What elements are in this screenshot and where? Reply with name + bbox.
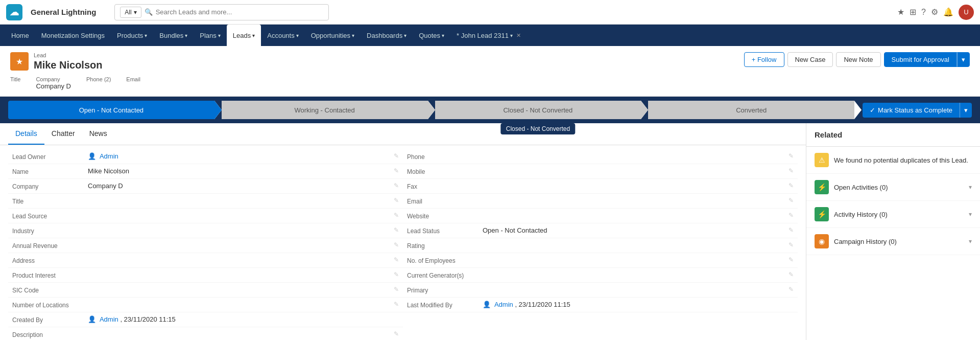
phone-edit-icon[interactable]: ✎ bbox=[788, 152, 794, 160]
description-edit-icon[interactable]: ✎ bbox=[394, 330, 399, 337]
name-edit-icon[interactable]: ✎ bbox=[394, 167, 399, 174]
avatar[interactable]: U bbox=[959, 5, 974, 20]
field-name: Name Mike Nicolson ✎ bbox=[8, 164, 403, 179]
activity-history-label: Activity History (0) bbox=[834, 211, 964, 218]
title-label: Title bbox=[12, 197, 84, 205]
field-lead-owner: Lead Owner 👤 Admin ✎ bbox=[8, 149, 403, 164]
current-generators-edit-icon[interactable]: ✎ bbox=[788, 271, 794, 278]
phone-field: Phone (2) bbox=[86, 76, 111, 90]
submit-approval-dropdown[interactable]: ▾ bbox=[957, 52, 970, 67]
related-item-open-activities[interactable]: ⚡ Open Activities (0) ▾ bbox=[806, 174, 980, 201]
products-chevron: ▾ bbox=[145, 33, 147, 38]
record-header: ★ Lead Mike Nicolson + Follow New Case N… bbox=[0, 46, 980, 97]
campaign-history-label: Campaign History (0) bbox=[834, 238, 964, 245]
new-note-button[interactable]: New Note bbox=[836, 52, 880, 67]
website-label: Website bbox=[407, 212, 479, 220]
number-locations-edit-icon[interactable]: ✎ bbox=[394, 301, 399, 308]
record-type-label: Lead bbox=[34, 52, 102, 58]
tab-chatter-label: Chatter bbox=[52, 129, 75, 138]
notifications-icon[interactable]: 🔔 bbox=[943, 7, 953, 17]
tab-news[interactable]: News bbox=[82, 123, 114, 145]
address-label: Address bbox=[12, 256, 84, 264]
search-input[interactable] bbox=[156, 8, 324, 16]
related-item-activity-history[interactable]: ⚡ Activity History (0) ▾ bbox=[806, 201, 980, 228]
field-email: Email ✎ bbox=[403, 194, 798, 209]
address-edit-icon[interactable]: ✎ bbox=[394, 256, 399, 263]
duplicates-icon: ⚠ bbox=[815, 153, 829, 167]
submit-approval-button[interactable]: Submit for Approval bbox=[884, 52, 957, 67]
company-field: Company Company D bbox=[36, 76, 71, 90]
nav-quotes[interactable]: Quotes ▾ bbox=[413, 25, 450, 46]
rating-edit-icon[interactable]: ✎ bbox=[788, 241, 794, 248]
field-description: Description ✎ bbox=[8, 327, 403, 340]
salesforce-logo[interactable]: ☁ bbox=[6, 4, 22, 20]
industry-edit-icon[interactable]: ✎ bbox=[394, 226, 399, 234]
related-item-duplicates[interactable]: ⚠ We found no potential duplicates of th… bbox=[806, 147, 980, 174]
last-modified-date: , 23/11/2020 11:15 bbox=[515, 301, 570, 308]
nav-plans[interactable]: Plans ▾ bbox=[194, 25, 227, 46]
status-step-converted[interactable]: Converted bbox=[648, 101, 854, 119]
email-field-label: Email bbox=[126, 76, 140, 82]
created-by-link[interactable]: Admin bbox=[100, 315, 118, 323]
lead-owner-edit-icon[interactable]: ✎ bbox=[394, 152, 399, 160]
apps-icon[interactable]: ⊞ bbox=[910, 7, 916, 17]
search-bar: All ▾ 🔍 bbox=[114, 4, 329, 20]
new-case-button[interactable]: New Case bbox=[787, 52, 833, 67]
related-item-campaign-history[interactable]: ◉ Campaign History (0) ▾ bbox=[806, 228, 980, 255]
title-edit-icon[interactable]: ✎ bbox=[394, 197, 399, 204]
status-step-working[interactable]: Working - Contacted bbox=[222, 101, 428, 119]
nav-products[interactable]: Products ▾ bbox=[111, 25, 153, 46]
plans-label: Plans bbox=[200, 32, 217, 39]
search-scope-dropdown[interactable]: All ▾ bbox=[120, 7, 141, 18]
company-label: Company bbox=[12, 182, 84, 190]
lead-source-edit-icon[interactable]: ✎ bbox=[394, 212, 399, 219]
dashboards-chevron: ▾ bbox=[404, 33, 407, 38]
john-lead-close-icon[interactable]: ✕ bbox=[516, 32, 521, 39]
fields-left-column: Lead Owner 👤 Admin ✎ Name Mike Nicolson … bbox=[8, 149, 403, 340]
product-interest-edit-icon[interactable]: ✎ bbox=[394, 271, 399, 278]
mobile-edit-icon[interactable]: ✎ bbox=[788, 167, 794, 174]
record-actions: + Follow New Case New Note Submit for Ap… bbox=[744, 52, 970, 67]
lead-status-edit-icon[interactable]: ✎ bbox=[788, 226, 794, 234]
no-employees-edit-icon[interactable]: ✎ bbox=[788, 256, 794, 263]
favorites-icon[interactable]: ★ bbox=[897, 7, 904, 17]
related-header: Related bbox=[806, 123, 980, 147]
nav-leads[interactable]: Leads ▾ bbox=[227, 25, 261, 46]
tab-chatter[interactable]: Chatter bbox=[44, 123, 82, 145]
nav-opportunities[interactable]: Opportunities ▾ bbox=[305, 25, 361, 46]
nav-bundles[interactable]: Bundles ▾ bbox=[153, 25, 194, 46]
search-scope-label: All bbox=[125, 9, 131, 16]
help-icon[interactable]: ? bbox=[921, 8, 926, 17]
record-name: Mike Nicolson bbox=[34, 59, 102, 71]
email-edit-icon[interactable]: ✎ bbox=[788, 197, 794, 204]
field-lead-status: Lead Status Open - Not Contacted ✎ bbox=[403, 223, 798, 238]
nav-dashboards[interactable]: Dashboards ▾ bbox=[361, 25, 413, 46]
status-step-closed[interactable]: Closed - Not Converted Closed - Not Conv… bbox=[435, 101, 641, 119]
company-field-label: Company bbox=[36, 76, 71, 82]
no-employees-label: No. of Employees bbox=[407, 256, 479, 264]
primary-edit-icon[interactable]: ✎ bbox=[788, 286, 794, 293]
sic-code-edit-icon[interactable]: ✎ bbox=[394, 286, 399, 293]
mark-complete-button[interactable]: ✓ Mark Status as Complete bbox=[863, 103, 960, 118]
lead-owner-value[interactable]: 👤 Admin bbox=[88, 152, 390, 160]
checkmark-icon: ✓ bbox=[870, 106, 875, 114]
top-navigation: ☁ General Lightning All ▾ 🔍 ★ ⊞ ? ⚙ 🔔 U bbox=[0, 0, 980, 25]
website-edit-icon[interactable]: ✎ bbox=[788, 212, 794, 219]
nav-monetization[interactable]: Monetization Settings bbox=[35, 25, 111, 46]
settings-icon[interactable]: ⚙ bbox=[931, 7, 938, 17]
follow-button[interactable]: + Follow bbox=[744, 52, 784, 67]
field-sic-code: SIC Code ✎ bbox=[8, 283, 403, 298]
search-icon: 🔍 bbox=[145, 8, 153, 16]
mark-complete-dropdown[interactable]: ▾ bbox=[960, 103, 972, 118]
last-modified-link[interactable]: Admin bbox=[494, 301, 513, 308]
tab-details[interactable]: Details bbox=[8, 123, 44, 145]
fax-edit-icon[interactable]: ✎ bbox=[788, 182, 794, 189]
nav-john-lead[interactable]: * John Lead 2311 ▾ ✕ bbox=[450, 25, 527, 46]
status-step-open[interactable]: Open - Not Contacted bbox=[8, 101, 214, 119]
sic-code-label: SIC Code bbox=[12, 286, 84, 294]
nav-home[interactable]: Home bbox=[5, 25, 35, 46]
annual-revenue-edit-icon[interactable]: ✎ bbox=[394, 241, 399, 248]
nav-accounts[interactable]: Accounts ▾ bbox=[261, 25, 304, 46]
related-panel: Related ⚠ We found no potential duplicat… bbox=[806, 123, 980, 340]
company-edit-icon[interactable]: ✎ bbox=[394, 182, 399, 189]
